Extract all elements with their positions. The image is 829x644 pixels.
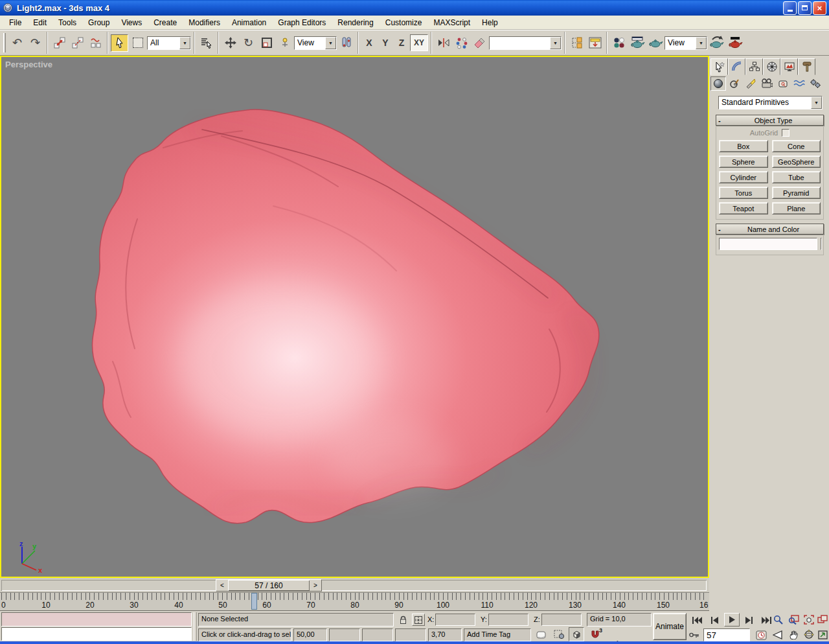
next-frame-button[interactable] <box>742 614 757 627</box>
zoom-extents-all-button[interactable] <box>816 613 829 627</box>
menu-tools[interactable]: Tools <box>53 16 82 29</box>
previous-frame-button[interactable] <box>707 614 722 627</box>
tab-utilities[interactable] <box>798 58 815 75</box>
restrict-y-button[interactable]: Y <box>378 34 393 51</box>
select-move-button[interactable] <box>221 34 239 52</box>
x-coord-field[interactable] <box>435 614 475 626</box>
array-button[interactable] <box>453 34 470 52</box>
field-of-view-button[interactable] <box>771 628 785 641</box>
menu-rendering[interactable]: Rendering <box>332 16 378 29</box>
pyramid-button[interactable]: Pyramid <box>772 187 821 199</box>
align-button[interactable] <box>471 34 488 52</box>
teapot-button[interactable]: Teapot <box>719 202 768 214</box>
lock-selection-button[interactable] <box>396 614 409 626</box>
named-selection-dropdown[interactable]: ▼ <box>489 36 562 50</box>
add-time-tag-button[interactable]: Add Time Tag <box>464 628 531 641</box>
undo-button[interactable]: ↶ <box>8 34 26 52</box>
category-helpers[interactable] <box>775 76 791 91</box>
min-max-toggle-button[interactable] <box>816 628 829 641</box>
restrict-xy-button[interactable]: XY <box>410 34 428 51</box>
zoom-extents-button[interactable] <box>802 613 816 627</box>
tube-button[interactable]: Tube <box>772 171 821 183</box>
menu-file[interactable]: File <box>4 16 27 29</box>
next-frame-arrow[interactable]: > <box>310 580 321 591</box>
select-object-button[interactable] <box>111 34 128 52</box>
link-button[interactable] <box>51 34 68 52</box>
sphere-button[interactable]: Sphere <box>719 155 768 168</box>
cone-button[interactable]: Cone <box>772 140 821 152</box>
category-systems[interactable] <box>808 76 823 91</box>
object-color-swatch[interactable] <box>821 238 822 250</box>
geosphere-button[interactable]: GeoSphere <box>772 155 821 168</box>
time-configuration-button[interactable] <box>753 628 769 641</box>
cylinder-button[interactable]: Cylinder <box>719 171 768 183</box>
select-manipulate-button[interactable] <box>276 34 293 52</box>
time-slider-value[interactable]: 57 / 160 <box>228 580 310 591</box>
key-mode-button[interactable] <box>688 629 701 641</box>
degradation-override-button[interactable] <box>534 628 549 641</box>
maxscript-listener-box[interactable] <box>1 627 192 641</box>
perspective-viewport[interactable]: Perspective <box>0 56 709 578</box>
render-scene-button[interactable] <box>628 34 646 52</box>
macro-recorder-box[interactable] <box>1 612 192 627</box>
selection-region-button[interactable] <box>129 34 146 52</box>
tab-motion[interactable] <box>763 58 780 75</box>
tab-create[interactable] <box>710 58 728 75</box>
render-last-button[interactable] <box>708 34 725 52</box>
category-geometry[interactable] <box>710 76 726 91</box>
pan-button[interactable] <box>786 628 801 641</box>
material-editor-button[interactable] <box>610 34 628 52</box>
zoom-all-button[interactable] <box>786 613 801 627</box>
redo-button[interactable]: ↷ <box>27 34 44 52</box>
torus-button[interactable]: Torus <box>719 187 768 199</box>
scene-object-blob[interactable] <box>1 57 708 577</box>
quick-render-button[interactable] <box>726 34 744 52</box>
select-rotate-button[interactable]: ↻ <box>240 34 257 52</box>
object-type-rollout-header[interactable]: - Object Type <box>716 115 824 126</box>
menu-customize[interactable]: Customize <box>380 16 427 29</box>
arc-rotate-button[interactable] <box>802 628 816 641</box>
restore-button[interactable] <box>798 1 812 15</box>
mirror-button[interactable] <box>435 34 452 52</box>
z-coord-field[interactable] <box>541 614 582 626</box>
snap-3d-button[interactable]: 3 <box>588 628 602 641</box>
time-slider-handle[interactable]: < 57 / 160 > <box>216 579 322 592</box>
menu-group[interactable]: Group <box>83 16 115 29</box>
category-spacewarps[interactable] <box>791 76 807 91</box>
prev-frame-arrow[interactable]: < <box>216 580 228 591</box>
select-by-name-button[interactable] <box>198 34 215 52</box>
close-button[interactable]: × <box>813 1 826 15</box>
listener-splitter[interactable] <box>194 612 197 641</box>
animate-button[interactable]: Animate <box>653 613 687 640</box>
y-coord-field[interactable] <box>488 614 528 626</box>
menu-graph-editors[interactable]: Graph Editors <box>273 16 331 29</box>
category-lights[interactable] <box>743 76 758 91</box>
menu-modifiers[interactable]: Modifiers <box>183 16 225 29</box>
menu-maxscript[interactable]: MAXScript <box>428 16 475 29</box>
zoom-button[interactable] <box>771 613 785 627</box>
menu-edit[interactable]: Edit <box>28 16 52 29</box>
toolbar-grip[interactable] <box>3 33 6 52</box>
menu-help[interactable]: Help <box>477 16 503 29</box>
select-scale-button[interactable] <box>258 34 275 52</box>
play-animation-button[interactable] <box>724 613 740 627</box>
snaps-toggle-button[interactable] <box>569 627 584 641</box>
current-frame-marker[interactable] <box>251 593 257 610</box>
render-view-dropdown[interactable]: View ▼ <box>664 36 707 50</box>
tab-modify[interactable] <box>728 58 745 75</box>
go-to-start-button[interactable] <box>689 614 705 627</box>
box-button[interactable]: Box <box>719 140 768 152</box>
autogrid-checkbox[interactable] <box>782 129 789 137</box>
pivot-center-button[interactable] <box>337 34 355 52</box>
category-dropdown[interactable]: Standard Primitives ▼ <box>718 96 823 109</box>
track-bar[interactable]: 0 10 20 30 40 50 60 70 80 90 100 110 120… <box>0 593 709 611</box>
unlink-button[interactable] <box>69 34 86 52</box>
current-frame-field[interactable] <box>703 628 750 641</box>
menu-create[interactable]: Create <box>148 16 182 29</box>
category-cameras[interactable] <box>759 76 775 91</box>
schematic-view-button[interactable] <box>586 34 604 52</box>
crossing-selection-button[interactable] <box>551 628 567 641</box>
object-name-field[interactable] <box>719 238 817 250</box>
render-type-button[interactable] <box>646 34 664 52</box>
menu-views[interactable]: Views <box>116 16 147 29</box>
